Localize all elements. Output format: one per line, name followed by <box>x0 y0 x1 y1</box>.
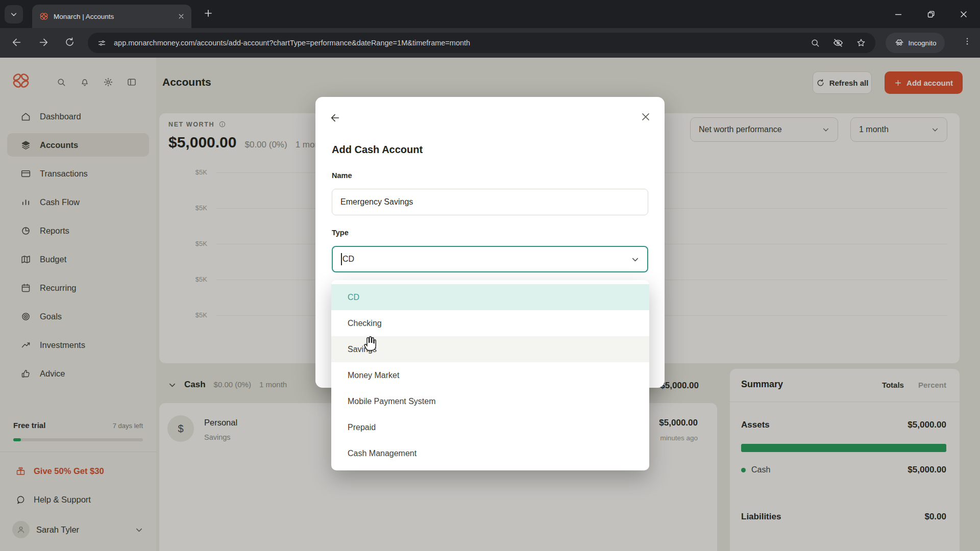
option-cash-management[interactable]: Cash Management <box>331 440 649 466</box>
back-arrow-icon <box>330 112 341 123</box>
back-icon[interactable] <box>11 37 22 48</box>
url-bar[interactable]: app.monarchmoney.com/accounts/add-accoun… <box>88 33 875 53</box>
option-money-market[interactable]: Money Market <box>331 362 649 388</box>
option-checking[interactable]: Checking <box>331 310 649 336</box>
url-text: app.monarchmoney.com/accounts/add-accoun… <box>114 39 470 47</box>
bookmark-star-icon[interactable] <box>856 38 866 48</box>
account-name-input[interactable] <box>332 189 648 215</box>
close-window-button[interactable] <box>947 11 980 18</box>
option-prepaid[interactable]: Prepaid <box>331 414 649 440</box>
back-button[interactable] <box>330 112 341 123</box>
restore-button[interactable] <box>915 11 947 18</box>
chevron-down-icon <box>10 11 17 18</box>
option-cd[interactable]: CD <box>331 284 649 310</box>
account-type-dropdown: CD Checking Savings Money Market Mobile … <box>331 280 649 470</box>
incognito-label: Incognito <box>909 39 937 47</box>
urlbar-actions <box>810 37 866 48</box>
tab-close-icon[interactable] <box>178 13 184 19</box>
site-settings-icon[interactable] <box>97 38 107 48</box>
close-button[interactable] <box>641 112 650 121</box>
window-controls <box>882 0 980 28</box>
browser-tab[interactable]: Monarch | Accounts <box>32 5 191 28</box>
type-label: Type <box>332 229 349 237</box>
zoom-icon[interactable] <box>810 38 820 48</box>
chevron-down-icon <box>631 256 639 263</box>
close-icon <box>641 112 650 121</box>
name-label: Name <box>332 171 352 180</box>
tab-title: Monarch | Accounts <box>54 13 114 20</box>
text-cursor <box>341 253 342 265</box>
browser-tabstrip: Monarch | Accounts <box>0 0 980 28</box>
reload-icon[interactable] <box>64 37 75 47</box>
incognito-badge: Incognito <box>886 33 945 53</box>
screen: Monarch | Accounts app.monarchmoney.com/… <box>0 0 980 551</box>
account-type-value: CD <box>342 255 354 264</box>
option-mobile-payment-system[interactable]: Mobile Payment System <box>331 388 649 414</box>
monarch-favicon <box>39 12 48 21</box>
incognito-icon <box>894 38 904 48</box>
new-tab-button[interactable] <box>203 8 213 18</box>
option-savings[interactable]: Savings <box>331 336 649 362</box>
password-hidden-icon[interactable] <box>832 37 844 48</box>
modal-title: Add Cash Account <box>332 144 423 156</box>
browser-menu-icon[interactable] <box>963 37 972 46</box>
mouse-cursor-icon <box>362 334 377 353</box>
minimize-button[interactable] <box>882 11 915 18</box>
browser-toolbar: app.monarchmoney.com/accounts/add-accoun… <box>0 28 980 58</box>
tab-search-button[interactable] <box>5 5 23 23</box>
forward-icon[interactable] <box>38 37 49 48</box>
account-type-select[interactable]: CD <box>332 246 648 272</box>
